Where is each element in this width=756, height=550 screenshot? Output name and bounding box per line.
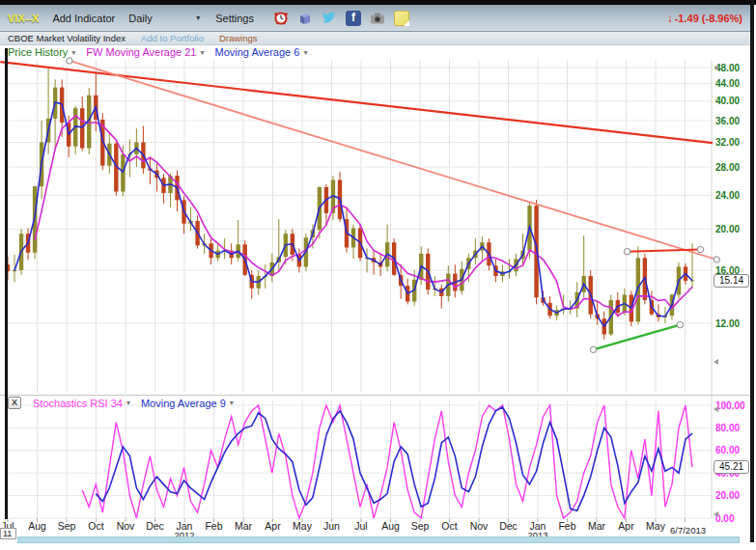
legend-moving-average-6[interactable]: Moving Average 6 ▾ [215, 46, 315, 58]
svg-text:Feb: Feb [558, 520, 575, 532]
svg-text:60.00: 60.00 [715, 445, 740, 455]
main-toolbar: VIX--X Add Indicator Daily ▾ Settings f … [0, 5, 750, 32]
window-right-edge [750, 0, 754, 542]
last-price-box: 15.14 [714, 274, 749, 288]
chevron-down-icon[interactable]: ▾ [303, 48, 307, 57]
settings-button[interactable]: Settings [215, 13, 254, 24]
svg-text:40.00: 40.00 [715, 96, 740, 106]
drawings-link[interactable]: Drawings [219, 33, 258, 43]
svg-text:44.00: 44.00 [715, 78, 740, 89]
svg-text:80.00: 80.00 [715, 423, 740, 433]
svg-text:May: May [293, 520, 313, 532]
legend-stoch-label: Stochastics RSI 34 [33, 398, 123, 409]
down-arrow-icon: ↓ [667, 12, 673, 25]
svg-text:24.00: 24.00 [715, 190, 740, 201]
svg-text:Mar: Mar [235, 520, 253, 532]
chart-canvas[interactable]: 48.0044.0040.0036.0032.0028.0024.0020.00… [0, 0, 756, 550]
legend-moving-average-9[interactable]: Moving Average 9 ▾ [141, 398, 240, 409]
axis-anchor-icon [714, 359, 718, 365]
svg-text:Aug: Aug [381, 520, 400, 532]
chevron-down-icon: ▾ [196, 14, 200, 22]
svg-text:12.00: 12.00 [715, 318, 740, 329]
horizontal-scrollbar[interactable] [17, 536, 740, 543]
close-panel-button[interactable]: X [8, 397, 21, 409]
svg-text:48.00: 48.00 [715, 63, 740, 73]
price-change-indicator: ↓ -1.49 (-8.96%) [667, 12, 742, 25]
legend-stoch-ma-label: Moving Average 9 [141, 398, 226, 409]
alarm-clock-icon[interactable] [273, 11, 289, 26]
svg-text:28.00: 28.00 [715, 162, 740, 173]
change-value: -1.49 (-8.96%) [675, 13, 742, 24]
symbol-label: VIX--X [8, 13, 39, 24]
downtrend-line-secondary [70, 61, 716, 260]
chevron-down-icon[interactable]: ▾ [71, 48, 75, 57]
main-chart-legend: Price History ▾ FW Moving Average 21 ▾ M… [8, 46, 314, 58]
end-date-label: 6/7/2013 [670, 525, 706, 536]
panel-divider[interactable] [0, 395, 750, 396]
year-2011-label: 11 [0, 528, 16, 539]
twitter-icon[interactable] [322, 11, 337, 26]
legend-price-history-label: Price History [8, 46, 68, 58]
svg-text:Apr: Apr [618, 520, 634, 532]
svg-text:Aug: Aug [28, 520, 46, 532]
legend-fw-moving-average-21[interactable]: FW Moving Average 21 ▾ [86, 46, 210, 58]
svg-text:Oct: Oct [441, 520, 457, 532]
legend-fw-ma21-label: FW Moving Average 21 [86, 46, 196, 58]
svg-text:Nov: Nov [470, 520, 489, 532]
svg-text:Jul: Jul [354, 520, 367, 532]
toolbar-icon-group: f [273, 11, 409, 26]
svg-text:32.00: 32.00 [715, 137, 740, 148]
svg-text:May: May [646, 520, 666, 532]
svg-text:100.00: 100.00 [715, 400, 745, 411]
period-select[interactable]: Daily ▾ [128, 13, 200, 24]
svg-text:20.00: 20.00 [715, 490, 740, 501]
legend-price-history[interactable]: Price History ▾ [8, 46, 82, 58]
svg-text:Nov: Nov [117, 520, 135, 532]
legend-ma6-label: Moving Average 6 [215, 46, 300, 58]
svg-text:Feb: Feb [205, 520, 222, 532]
uptrend-line [594, 325, 681, 350]
instrument-bar: CBOE Market Volatility Index Add to Port… [0, 32, 750, 45]
period-select-value: Daily [128, 13, 152, 24]
chart-left-frame [5, 48, 8, 519]
sticky-note-icon[interactable] [394, 11, 409, 26]
add-indicator-button[interactable]: Add Indicator [52, 13, 115, 24]
svg-text:Sep: Sep [58, 520, 76, 532]
facebook-icon[interactable]: f [346, 11, 361, 26]
instrument-title: CBOE Market Volatility Index [8, 33, 126, 43]
archive-cube-icon[interactable] [297, 11, 313, 26]
svg-text:Apr: Apr [265, 520, 281, 532]
chevron-down-icon[interactable]: ▾ [126, 399, 130, 407]
svg-text:36.00: 36.00 [715, 116, 740, 126]
charting-app: VIX--X Add Indicator Daily ▾ Settings f … [0, 0, 756, 550]
add-to-portfolio-link[interactable]: Add to Portfolio [141, 33, 204, 43]
svg-text:20.00: 20.00 [715, 224, 740, 234]
svg-text:Dec: Dec [146, 520, 164, 532]
lower-panel-header: X Stochastics RSI 34 ▾ Moving Average 9 … [8, 397, 240, 409]
chevron-down-icon[interactable]: ▾ [201, 48, 205, 57]
stoch-value-box: 45.21 [714, 460, 749, 474]
svg-text:Oct: Oct [88, 520, 103, 532]
svg-text:Dec: Dec [499, 520, 518, 532]
legend-stochastics-rsi-34[interactable]: Stochastics RSI 34 ▾ [33, 398, 137, 409]
camera-icon[interactable] [370, 11, 385, 26]
svg-text:Jun: Jun [323, 520, 340, 532]
chevron-down-icon[interactable]: ▾ [230, 399, 234, 407]
svg-text:Sep: Sep [411, 520, 430, 532]
svg-text:Mar: Mar [588, 520, 606, 532]
